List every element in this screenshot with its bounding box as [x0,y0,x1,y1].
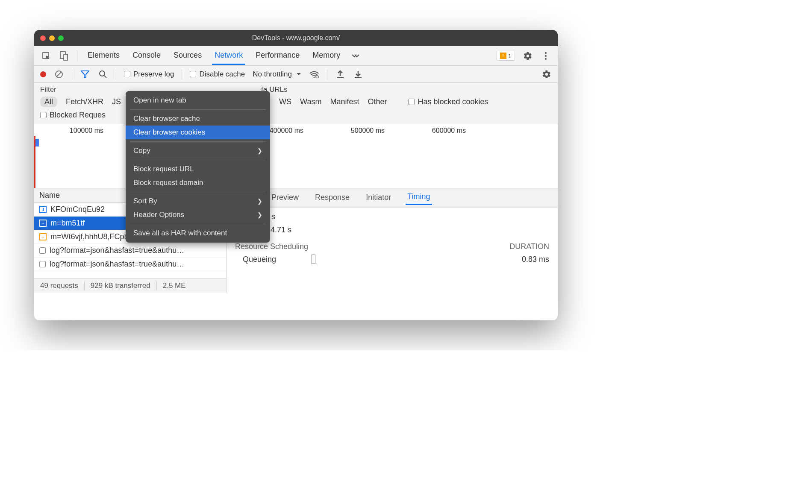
network-toolbar: Preserve log Disable cache No throttling [34,66,558,83]
timing-line: ed at 4.71 s [235,212,549,221]
menu-copy-submenu[interactable]: Copy❯ [126,144,270,158]
disable-cache-checkbox[interactable]: Disable cache [190,70,245,79]
tab-initiator[interactable]: Initiator [364,192,393,205]
file-icon: ↔ [39,233,47,240]
filter-input[interactable]: Filter [40,85,56,94]
chevron-down-icon [296,73,301,76]
svg-point-4 [545,55,547,57]
inspect-element-icon[interactable] [41,51,51,61]
blocked-requests-checkbox[interactable]: Blocked Reques [40,111,106,120]
warning-icon: ! [500,53,506,59]
svg-line-7 [56,72,62,77]
queueing-label: Queueing [235,255,276,264]
settings-icon[interactable] [523,51,533,61]
resource-scheduling-label: Resource Scheduling [235,242,308,251]
tab-preview[interactable]: Preview [270,192,300,205]
svg-point-5 [545,58,547,60]
tab-console[interactable]: Console [130,47,163,65]
menu-header-options-submenu[interactable]: Header Options❯ [126,208,270,222]
tab-network[interactable]: Network [212,47,245,65]
file-icon [39,261,46,267]
detail-tabbar: aders Preview Response Initiator Timing [227,188,558,208]
tab-performance[interactable]: Performance [253,47,302,65]
context-menu: Open in new tab Clear browser cache Clea… [126,91,270,243]
kebab-menu-icon[interactable] [541,51,551,61]
throttling-dropdown[interactable]: No throttling [253,70,301,79]
preserve-log-checkbox[interactable]: Preserve log [124,70,174,79]
tab-response[interactable]: Response [313,192,351,205]
file-icon: ⬇ [39,206,47,213]
svg-point-11 [316,76,318,78]
svg-rect-12 [337,77,344,78]
tab-sources[interactable]: Sources [171,47,204,65]
timeline-tick: 600000 ms [432,127,513,135]
svg-point-8 [100,71,105,76]
network-conditions-icon[interactable] [309,69,319,79]
filter-row: Filter ta URLs [34,83,558,94]
timing-panel: ed at 4.71 s Started at 4.71 s Resource … [227,208,558,268]
status-resources: 2.5 ME [157,281,192,290]
request-detail-pane: aders Preview Response Initiator Timing … [227,188,558,293]
window-title: DevTools - www.google.com/ [34,34,558,42]
status-transferred: 929 kB transferred [85,281,157,290]
request-row[interactable]: log?format=json&hasfast=true&authu… [34,258,226,271]
svg-rect-13 [355,77,362,78]
menu-clear-browser-cache[interactable]: Clear browser cache [126,112,270,126]
duration-label: DURATION [509,242,549,251]
file-icon: ↔ [39,220,47,227]
clear-icon[interactable] [54,69,64,79]
device-toggle-icon[interactable] [59,51,69,61]
svg-rect-2 [64,54,68,60]
timeline-tick: 100000 ms [34,127,111,135]
tab-elements[interactable]: Elements [85,47,122,65]
timing-started-at: Started at 4.71 s [235,221,549,234]
chevron-right-icon: ❯ [257,147,262,154]
type-other[interactable]: Other [368,97,387,106]
type-manifest[interactable]: Manifest [330,97,359,106]
menu-clear-browser-cookies[interactable]: Clear browser cookies [126,126,270,139]
svg-point-3 [545,52,547,54]
file-icon [39,247,46,254]
menu-open-in-new-tab[interactable]: Open in new tab [126,94,270,107]
download-har-icon[interactable] [353,69,363,79]
warnings-count: 1 [508,52,512,59]
status-bar: 49 requests 929 kB transferred 2.5 ME [34,278,226,293]
menu-save-all-as-har[interactable]: Save all as HAR with content [126,226,270,240]
warnings-badge[interactable]: ! 1 [497,51,515,61]
svg-point-10 [313,76,315,78]
upload-har-icon[interactable] [335,69,345,79]
has-blocked-cookies-checkbox[interactable]: Has blocked cookies [408,97,488,106]
record-button[interactable] [40,71,46,77]
tab-timing[interactable]: Timing [406,191,432,205]
filter-icon[interactable] [80,69,90,79]
type-filter-row: All Fetch/XHR JS WS Wasm Manifest Other … [34,94,558,110]
queueing-value: 0.83 ms [522,255,549,264]
request-row[interactable]: log?format=json&hasfast=true&authu… [34,244,226,258]
panel-tabbar: Elements Console Sources Network Perform… [34,46,558,66]
type-wasm[interactable]: Wasm [300,97,321,106]
devtools-window: DevTools - www.google.com/ Elements Cons… [34,30,558,320]
more-tabs-icon[interactable] [350,51,361,61]
timeline-tick: 500000 ms [350,127,432,135]
blocked-requests-row: Blocked Reques [34,110,558,124]
timeline-selection-marker[interactable] [35,139,39,147]
titlebar: DevTools - www.google.com/ [34,30,558,46]
type-ws[interactable]: WS [279,97,291,106]
chevron-right-icon: ❯ [257,211,262,218]
type-all[interactable]: All [40,97,57,107]
queueing-bar [312,255,315,264]
type-js-fragment[interactable]: JS [112,97,121,106]
menu-sort-by-submenu[interactable]: Sort By❯ [126,194,270,208]
type-fetch-xhr[interactable]: Fetch/XHR [66,97,103,106]
chevron-right-icon: ❯ [257,198,262,205]
status-requests: 49 requests [34,281,85,290]
svg-line-9 [104,76,106,78]
search-icon[interactable] [98,69,108,79]
overview-timeline[interactable]: 100000 ms 400000 ms 500000 ms 600000 ms [34,124,558,188]
tab-memory[interactable]: Memory [310,47,343,65]
network-settings-icon[interactable] [541,69,552,79]
menu-block-request-url[interactable]: Block request URL [126,162,270,176]
network-split: Name ⬇ KFOmCnqEu92 ↔ m=bm51tf ↔ m=Wt6vjf… [34,188,558,293]
menu-block-request-domain[interactable]: Block request domain [126,176,270,190]
